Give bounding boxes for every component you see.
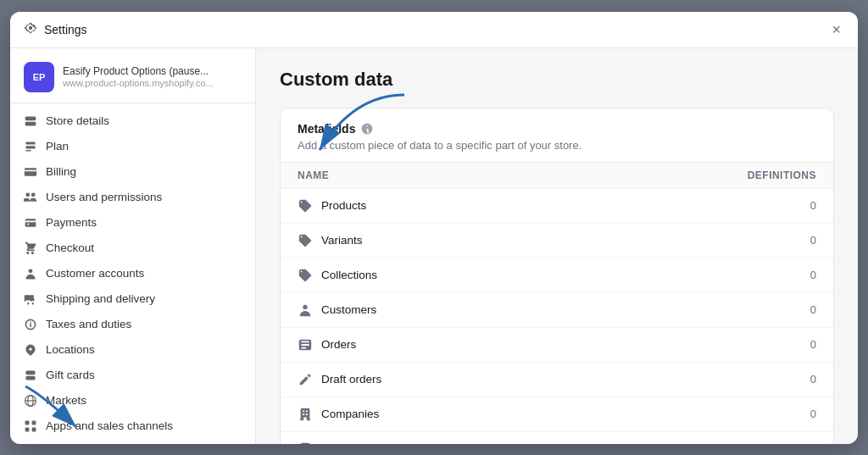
sidebar-item-gift-cards[interactable]: Gift cards bbox=[10, 363, 255, 388]
markets-icon bbox=[24, 394, 37, 408]
products-row-icon bbox=[298, 198, 313, 214]
modal-body: EP Easify Product Options (pause... www.… bbox=[10, 48, 858, 444]
customers-row-label: Customers bbox=[321, 303, 376, 316]
customers-row-icon bbox=[298, 302, 313, 318]
draft-orders-row-count: 0 bbox=[810, 373, 816, 386]
companies-row-count: 0 bbox=[810, 408, 816, 420]
collections-row-label: Collections bbox=[321, 269, 377, 281]
info-icon[interactable] bbox=[360, 122, 374, 136]
modal-close-button[interactable]: × bbox=[828, 20, 844, 39]
table-row[interactable]: Draft orders 0 bbox=[281, 363, 833, 397]
sidebar-label: Shipping and delivery bbox=[46, 292, 155, 305]
table-row[interactable]: Companies 0 bbox=[281, 397, 833, 432]
customers-row-count: 0 bbox=[810, 303, 816, 316]
sidebar-item-locations[interactable]: Locations bbox=[10, 337, 255, 363]
col-definitions-header: Definitions bbox=[748, 169, 816, 181]
sidebar-item-plan[interactable]: Plan bbox=[10, 134, 255, 159]
sidebar-item-apps[interactable]: Apps and sales channels bbox=[10, 413, 255, 439]
sidebar-label: Billing bbox=[46, 165, 76, 178]
table-row[interactable]: Collections 0 bbox=[281, 258, 833, 293]
sidebar-label: Apps and sales channels bbox=[46, 419, 173, 432]
store-name: Easify Product Options (pause... bbox=[63, 65, 214, 79]
col-name-header: Name bbox=[298, 169, 329, 181]
settings-icon bbox=[24, 21, 37, 37]
svg-rect-5 bbox=[32, 420, 36, 424]
row-left: Collections bbox=[298, 268, 377, 283]
sidebar-item-shipping[interactable]: Shipping and delivery bbox=[10, 286, 255, 312]
svg-rect-7 bbox=[32, 427, 36, 431]
variants-row-label: Variants bbox=[321, 234, 363, 247]
variants-row-icon bbox=[298, 233, 313, 248]
card-header: Metafields Add a custom piece of data to… bbox=[281, 108, 833, 163]
company-locations-row-count: 0 bbox=[810, 442, 816, 444]
products-row-count: 0 bbox=[810, 199, 816, 212]
row-left: Companies bbox=[298, 407, 379, 422]
row-left: Draft orders bbox=[298, 372, 381, 387]
modal-header: Settings × bbox=[10, 12, 858, 48]
row-left: Products bbox=[298, 198, 366, 214]
sidebar-label: Gift cards bbox=[46, 369, 95, 381]
main-content: Custom data Metafields Add a custom piec… bbox=[256, 48, 858, 444]
companies-row-label: Companies bbox=[321, 408, 379, 420]
sidebar-item-markets[interactable]: Markets bbox=[10, 388, 255, 413]
orders-row-label: Orders bbox=[321, 338, 356, 351]
sidebar-label: Plan bbox=[46, 140, 69, 153]
table-row[interactable]: Company locations 0 bbox=[281, 432, 833, 444]
row-left: Variants bbox=[298, 233, 363, 248]
companies-row-icon bbox=[298, 407, 313, 422]
row-left: Customers bbox=[298, 302, 376, 318]
table-row[interactable]: Customers 0 bbox=[281, 293, 833, 328]
sidebar-label: Locations bbox=[46, 343, 95, 356]
sidebar-item-checkout[interactable]: Checkout bbox=[10, 236, 255, 261]
table-row[interactable]: Orders 0 bbox=[281, 328, 833, 363]
store-icon bbox=[24, 114, 37, 128]
sidebar-label: Payments bbox=[46, 216, 97, 229]
payments-icon bbox=[24, 216, 37, 230]
sidebar-item-customer-accounts[interactable]: Customer accounts bbox=[10, 261, 255, 286]
table-row[interactable]: Variants 0 bbox=[281, 224, 833, 258]
variants-row-count: 0 bbox=[810, 234, 816, 247]
users-icon bbox=[24, 191, 37, 204]
store-url: www.product-options.myshopify.co... bbox=[63, 78, 214, 88]
sidebar-label: Markets bbox=[46, 394, 86, 407]
sidebar-item-users[interactable]: Users and permissions bbox=[10, 185, 255, 210]
sidebar-item-store-details[interactable]: Store details bbox=[10, 108, 255, 134]
sidebar-item-billing[interactable]: Billing bbox=[10, 159, 255, 185]
table-header: Name Definitions bbox=[281, 163, 833, 189]
company-locations-row-label: Company locations bbox=[321, 442, 419, 444]
modal-header-left: Settings bbox=[24, 21, 87, 37]
locations-icon bbox=[24, 343, 37, 357]
store-text: Easify Product Options (pause... www.pro… bbox=[63, 65, 214, 89]
page-title: Custom data bbox=[280, 69, 834, 91]
checkout-icon bbox=[24, 241, 37, 255]
billing-icon bbox=[24, 165, 37, 179]
card-section-title: Metafields bbox=[298, 122, 355, 136]
sidebar-item-payments[interactable]: Payments bbox=[10, 210, 255, 236]
sidebar-label: Store details bbox=[46, 114, 109, 127]
sidebar-label: Customer accounts bbox=[46, 267, 144, 280]
sidebar-item-domains[interactable]: Domains bbox=[10, 439, 255, 444]
store-info: EP Easify Product Options (pause... www.… bbox=[10, 55, 255, 103]
apps-icon bbox=[24, 419, 37, 433]
row-left: Orders bbox=[298, 337, 356, 352]
modal-title: Settings bbox=[44, 23, 87, 36]
svg-rect-0 bbox=[25, 168, 36, 176]
table-row[interactable]: Products 0 bbox=[281, 189, 833, 224]
card-subtitle: Add a custom piece of data to a specific… bbox=[298, 139, 816, 152]
orders-row-count: 0 bbox=[810, 338, 816, 351]
products-row-label: Products bbox=[321, 199, 366, 212]
sidebar-label: Taxes and duties bbox=[46, 318, 131, 330]
collections-row-icon bbox=[298, 268, 313, 283]
shipping-icon bbox=[24, 292, 37, 306]
row-left: Company locations bbox=[298, 441, 419, 444]
metafields-card: Metafields Add a custom piece of data to… bbox=[280, 108, 834, 444]
sidebar-item-taxes[interactable]: Taxes and duties bbox=[10, 312, 255, 337]
store-avatar: EP bbox=[24, 62, 54, 92]
settings-modal: Settings × EP Easify Product Options (pa… bbox=[10, 12, 858, 444]
taxes-icon bbox=[24, 318, 37, 331]
sidebar-label: Checkout bbox=[46, 241, 94, 254]
collections-row-count: 0 bbox=[810, 269, 816, 281]
customer-accounts-icon bbox=[24, 267, 37, 280]
sidebar-label: Users and permissions bbox=[46, 191, 162, 203]
svg-rect-6 bbox=[25, 427, 30, 431]
